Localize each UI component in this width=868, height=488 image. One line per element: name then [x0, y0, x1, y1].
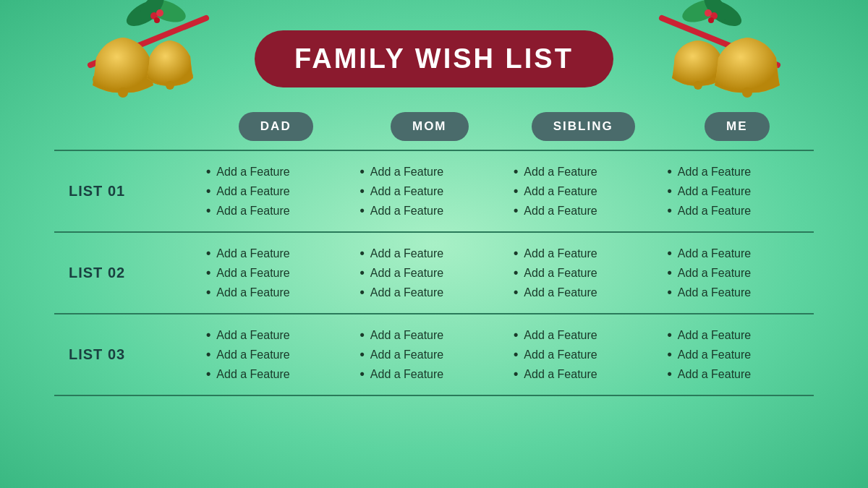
col-header-sibling: SIBLING [506, 112, 660, 141]
list-item: Add a Feature [514, 328, 653, 343]
svg-point-4 [156, 9, 163, 17]
list-item: Add a Feature [360, 285, 500, 300]
list-item: Add a Feature [206, 184, 346, 199]
row-label-3: LIST 03 [54, 346, 199, 363]
list-item: Add a Feature [360, 328, 500, 343]
list-item: Add a Feature [668, 347, 807, 362]
header: FAMILY WISH LIST [0, 0, 868, 105]
row-label-2: LIST 02 [54, 265, 199, 281]
list-item: Add a Feature [206, 285, 346, 300]
list-item: Add a Feature [514, 203, 653, 218]
list-item: Add a Feature [206, 246, 346, 261]
row-label-1: LIST 01 [54, 183, 199, 200]
cell-row3-col3: Add a FeatureAdd a FeatureAdd a Feature [506, 328, 660, 382]
svg-point-19 [694, 81, 702, 90]
svg-point-5 [154, 17, 160, 23]
col-header-me: ME [660, 112, 814, 141]
list-item: Add a Feature [206, 203, 346, 218]
table-row-1: LIST 01Add a FeatureAdd a FeatureAdd a F… [54, 151, 814, 233]
list-item: Add a Feature [668, 367, 807, 382]
list-item: Add a Feature [206, 328, 346, 343]
list-item: Add a Feature [360, 367, 500, 382]
cell-row3-col4: Add a FeatureAdd a FeatureAdd a Feature [660, 328, 814, 382]
list-item: Add a Feature [360, 246, 500, 261]
list-item: Add a Feature [514, 246, 653, 261]
list-item: Add a Feature [514, 164, 653, 179]
cell-row1-col2: Add a FeatureAdd a FeatureAdd a Feature [353, 164, 507, 218]
list-item: Add a Feature [668, 265, 807, 281]
list-item: Add a Feature [668, 184, 807, 199]
column-headers: DAD MOM SIBLING ME [54, 112, 814, 150]
col-header-mom: MOM [353, 112, 507, 141]
svg-point-16 [708, 17, 714, 23]
list-item: Add a Feature [668, 164, 807, 179]
cell-row2-col1: Add a FeatureAdd a FeatureAdd a Feature [199, 246, 353, 300]
bell-left-decoration [69, 0, 213, 105]
list-item: Add a Feature [360, 265, 500, 281]
wish-list-table: DAD MOM SIBLING ME LIST 01Add a FeatureA… [54, 112, 814, 396]
list-item: Add a Feature [206, 164, 346, 179]
svg-point-21 [742, 87, 752, 98]
list-item: Add a Feature [360, 203, 500, 218]
svg-point-10 [166, 81, 174, 90]
list-item: Add a Feature [514, 367, 653, 382]
cell-row1-col4: Add a FeatureAdd a FeatureAdd a Feature [660, 164, 814, 218]
table-row-3: LIST 03Add a FeatureAdd a FeatureAdd a F… [54, 314, 814, 396]
svg-point-8 [118, 87, 128, 98]
cell-row2-col3: Add a FeatureAdd a FeatureAdd a Feature [506, 246, 660, 300]
page-title: FAMILY WISH LIST [294, 43, 574, 74]
list-item: Add a Feature [514, 285, 653, 300]
list-item: Add a Feature [360, 184, 500, 199]
list-item: Add a Feature [514, 184, 653, 199]
col-header-dad: DAD [199, 112, 353, 141]
list-item: Add a Feature [668, 203, 807, 218]
svg-point-15 [705, 9, 712, 17]
list-item: Add a Feature [360, 164, 500, 179]
title-badge: FAMILY WISH LIST [255, 30, 613, 87]
list-item: Add a Feature [360, 347, 500, 362]
bell-right-decoration [655, 0, 799, 105]
empty-header-cell [54, 112, 199, 141]
cell-row3-col1: Add a FeatureAdd a FeatureAdd a Feature [199, 328, 353, 382]
table-body: LIST 01Add a FeatureAdd a FeatureAdd a F… [54, 150, 814, 396]
list-item: Add a Feature [668, 246, 807, 261]
list-item: Add a Feature [206, 347, 346, 362]
table-row-2: LIST 02Add a FeatureAdd a FeatureAdd a F… [54, 233, 814, 314]
list-item: Add a Feature [668, 285, 807, 300]
cell-row2-col2: Add a FeatureAdd a FeatureAdd a Feature [353, 246, 507, 300]
cell-row3-col2: Add a FeatureAdd a FeatureAdd a Feature [353, 328, 507, 382]
cell-row1-col3: Add a FeatureAdd a FeatureAdd a Feature [506, 164, 660, 218]
cell-row1-col1: Add a FeatureAdd a FeatureAdd a Feature [199, 164, 353, 218]
list-item: Add a Feature [206, 265, 346, 281]
cell-row2-col4: Add a FeatureAdd a FeatureAdd a Feature [660, 246, 814, 300]
list-item: Add a Feature [206, 367, 346, 382]
list-item: Add a Feature [514, 347, 653, 362]
list-item: Add a Feature [514, 265, 653, 281]
list-item: Add a Feature [668, 328, 807, 343]
